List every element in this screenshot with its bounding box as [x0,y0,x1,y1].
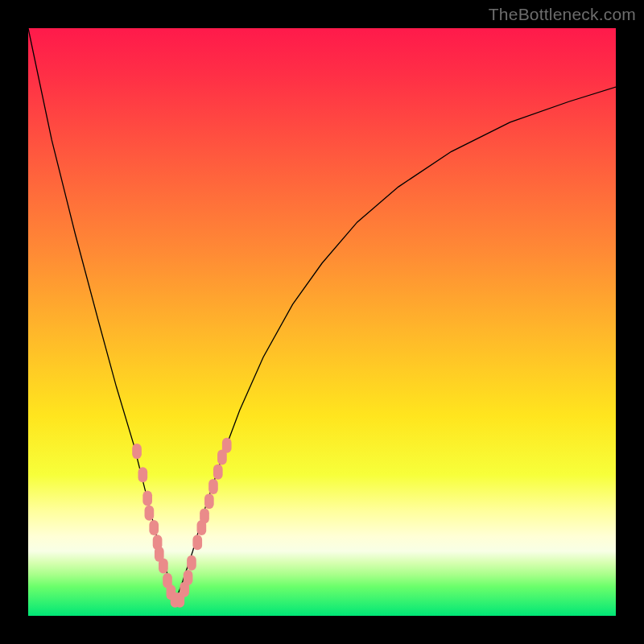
highlight-marker [184,570,193,585]
highlight-marker [187,555,196,571]
watermark-text: TheBottleneck.com [489,5,636,24]
plot-area [28,28,616,616]
outer-frame: TheBottleneck.com [0,0,644,644]
highlight-marker [145,506,155,521]
highlight-marker [213,464,223,480]
marker-group [132,438,231,608]
chart-svg [28,28,616,616]
highlight-marker [192,535,202,550]
highlight-marker [138,467,148,482]
highlight-marker [200,508,209,523]
highlight-marker [204,493,214,509]
highlight-marker [132,444,142,459]
highlight-marker [149,520,159,535]
highlight-marker [222,438,232,453]
bottleneck-curve [28,28,616,601]
highlight-marker [208,479,218,494]
highlight-marker [159,558,168,573]
highlight-marker [142,491,152,506]
